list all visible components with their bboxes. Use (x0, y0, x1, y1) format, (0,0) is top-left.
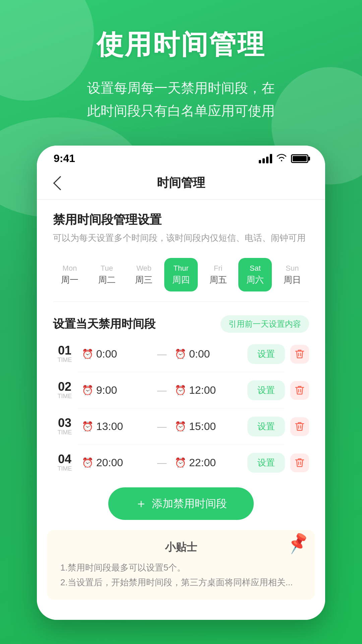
tips-header: 小贴士 📌 (60, 540, 302, 555)
clock-start-icon-3: ⏰ (82, 421, 94, 432)
page-wrapper: 使用时间管理 设置每周每一天禁用时间段，在此时间段只有白名单应用可使用 9:41 (0, 0, 362, 644)
signal-bar-4 (270, 154, 272, 163)
timeslot-header: 设置当天禁用时间段 引用前一天设置内容 (37, 309, 325, 336)
time-start-block-3: ⏰ 13:00 (82, 420, 149, 433)
add-btn-wrap: ＋ 添加禁用时间段 (37, 481, 325, 530)
section-header: 禁用时间段管理设置 可以为每天设置多个时间段，该时间段内仅短信、电话、闹钟可用 (37, 200, 325, 248)
day-sun[interactable]: Sun 周日 (276, 258, 309, 291)
content-area: 禁用时间段管理设置 可以为每天设置多个时间段，该时间段内仅短信、电话、闹钟可用 … (37, 200, 325, 620)
header-section: 使用时间管理 设置每周每一天禁用时间段，在此时间段只有白名单应用可使用 (0, 0, 362, 139)
time-num-label-2: TIME (58, 393, 72, 400)
day-mon-en: Mon (63, 264, 77, 273)
back-arrow-icon (53, 176, 67, 190)
trash-icon-4 (295, 458, 304, 468)
pin-icon: 📌 (286, 531, 311, 555)
delete-button-1[interactable] (290, 345, 309, 364)
time-num-label-4: TIME (58, 465, 72, 472)
time-end-val-3: 15:00 (189, 420, 216, 433)
set-button-2[interactable]: 设置 (247, 380, 285, 400)
time-num-2: 02 TIME (53, 381, 76, 400)
subtitle: 设置每周每一天禁用时间段，在此时间段只有白名单应用可使用 (20, 76, 342, 122)
day-sat[interactable]: Sat 周六 (238, 258, 272, 291)
set-button-4[interactable]: 设置 (247, 453, 285, 473)
clock-end-icon-2: ⏰ (175, 385, 186, 396)
time-row-3: 03 TIME ⏰ 13:00 — ⏰ 15:00 设置 (37, 409, 325, 444)
status-bar: 9:41 (37, 146, 325, 168)
time-num-big-1: 01 (58, 344, 71, 357)
day-sat-en: Sat (250, 264, 261, 273)
delete-button-3[interactable] (290, 417, 309, 436)
day-fri-en: Fri (214, 264, 223, 273)
battery-icon (291, 154, 308, 163)
time-start-val-3: 13:00 (96, 420, 123, 433)
time-num-3: 03 TIME (53, 417, 76, 436)
signal-bar-2 (262, 158, 265, 163)
tips-section: 小贴士 📌 1.禁用时间段最多可以设置5个。 2.当设置后，开始禁用时间段，第三… (47, 530, 315, 600)
trash-icon-2 (295, 385, 304, 396)
day-web-zh: 周三 (135, 274, 153, 286)
time-row-1: 01 TIME ⏰ 0:00 — ⏰ 0:00 设置 (37, 336, 325, 372)
time-dash-2: — (155, 385, 169, 396)
signal-bar-3 (266, 157, 268, 163)
time-start-block-2: ⏰ 9:00 (82, 384, 149, 396)
back-button[interactable] (50, 173, 70, 193)
time-end-block-1: ⏰ 0:00 (175, 348, 242, 360)
time-num-big-4: 04 (58, 453, 71, 465)
time-end-val-1: 0:00 (189, 348, 210, 360)
time-start-block-1: ⏰ 0:00 (82, 348, 149, 360)
tips-content: 1.禁用时间段最多可以设置5个。 2.当设置后，开始禁用时间段，第三方桌面将同样… (60, 560, 302, 590)
time-start-val-4: 20:00 (96, 457, 123, 469)
set-button-3[interactable]: 设置 (247, 417, 285, 436)
phone-mockup: 9:41 (37, 146, 325, 620)
time-row-4: 04 TIME ⏰ 20:00 — ⏰ 22:00 设置 (37, 445, 325, 481)
day-tue-zh: 周二 (98, 274, 116, 286)
day-thur-en: Thur (173, 264, 188, 273)
day-fri[interactable]: Fri 周五 (201, 258, 235, 291)
clock-end-icon-1: ⏰ (175, 348, 186, 360)
day-web[interactable]: Web 周三 (127, 258, 161, 291)
day-selector: Mon 周一 Tue 周二 Web 周三 Thur 周四 Fri 周五 (37, 248, 325, 295)
time-start-val-1: 0:00 (96, 348, 117, 360)
section-desc: 可以为每天设置多个时间段，该时间段内仅短信、电话、闹钟可用 (53, 231, 309, 245)
time-start-val-2: 9:00 (96, 384, 117, 396)
clock-end-icon-4: ⏰ (175, 457, 186, 468)
time-end-block-4: ⏰ 22:00 (175, 457, 242, 469)
delete-button-2[interactable] (290, 381, 309, 400)
day-thur-zh: 周四 (172, 274, 190, 286)
add-timeslot-button[interactable]: ＋ 添加禁用时间段 (108, 487, 254, 520)
time-num-label-3: TIME (58, 429, 72, 436)
day-sun-zh: 周日 (284, 274, 301, 286)
delete-button-4[interactable] (290, 453, 309, 472)
set-button-1[interactable]: 设置 (247, 344, 285, 364)
time-dash-4: — (155, 458, 169, 468)
time-end-val-4: 22:00 (189, 457, 216, 469)
time-num-4: 04 TIME (53, 453, 76, 472)
ref-button[interactable]: 引用前一天设置内容 (221, 315, 309, 333)
day-thur[interactable]: Thur 周四 (164, 258, 198, 291)
trash-icon-3 (295, 421, 304, 432)
status-icons (259, 153, 308, 164)
status-time: 9:41 (54, 152, 75, 165)
plus-icon: ＋ (135, 495, 147, 512)
time-num-big-2: 02 (58, 381, 71, 393)
clock-end-icon-3: ⏰ (175, 421, 186, 432)
wifi-icon (276, 153, 287, 164)
day-tue-en: Tue (101, 264, 113, 273)
nav-bar: 时间管理 (37, 168, 325, 200)
add-btn-label: 添加禁用时间段 (152, 496, 227, 511)
signal-bar-1 (259, 160, 261, 163)
main-title: 使用时间管理 (20, 27, 342, 63)
time-row-2: 02 TIME ⏰ 9:00 — ⏰ 12:00 设置 (37, 372, 325, 408)
time-num-big-3: 03 (58, 417, 71, 429)
clock-start-icon-1: ⏰ (82, 348, 94, 360)
timeslot-title: 设置当天禁用时间段 (53, 316, 156, 332)
clock-start-icon-4: ⏰ (82, 457, 94, 468)
day-mon[interactable]: Mon 周一 (53, 258, 86, 291)
day-sat-zh: 周六 (246, 274, 264, 286)
day-tue[interactable]: Tue 周二 (90, 258, 124, 291)
clock-start-icon-2: ⏰ (82, 385, 94, 396)
tips-title: 小贴士 (60, 540, 302, 555)
time-dash-1: — (155, 349, 169, 360)
section-title: 禁用时间段管理设置 (53, 212, 309, 228)
divider-1 (53, 302, 309, 302)
